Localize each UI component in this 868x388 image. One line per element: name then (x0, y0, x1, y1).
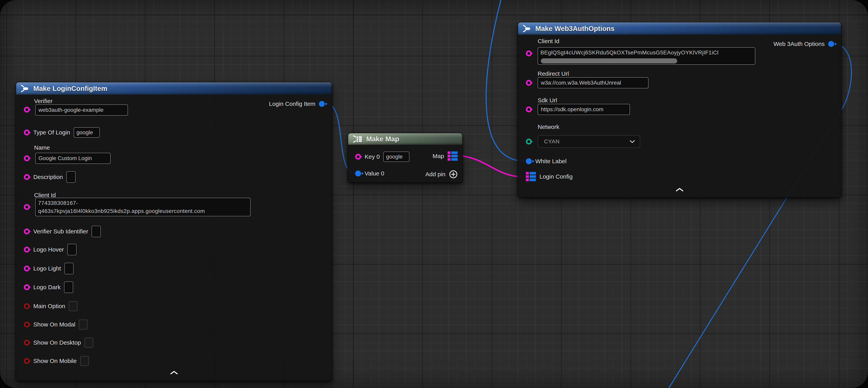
main-option-checkbox[interactable] (69, 301, 78, 311)
logo-light-input[interactable] (64, 263, 73, 274)
add-pin-icon[interactable] (449, 170, 458, 179)
node-make-map-header[interactable]: Make Map (348, 133, 462, 145)
output-login-config-item[interactable]: Login Config Item (269, 100, 325, 107)
client-id-input[interactable]: BEglQSgt4cUWcj6SKRdu5QkOXTsePmMcusG5EAoy… (538, 47, 755, 65)
redirect-url-label: Redirect Url (538, 70, 569, 77)
redirect-url-input[interactable] (538, 77, 648, 88)
show-on-modal-label: Show On Modal (33, 321, 75, 328)
node-make-map[interactable]: Make Map Key 0 Value 0 Map Add pin (348, 133, 463, 183)
map-output-pin[interactable] (447, 151, 458, 161)
node-make-loginconfigitem-header[interactable]: Make LoginConfigItem (16, 82, 332, 95)
client-id-input[interactable]: 774338308167- q463s7kpvja16l4l0kko3nb925… (35, 198, 250, 216)
client-id-line2: q463s7kpvja16l4l0kko3nb925ikds2p.apps.go… (38, 207, 248, 215)
network-selected-value: CYAN (544, 139, 560, 145)
value0-row: Value 0 (355, 170, 384, 177)
show-on-mobile-checkbox[interactable] (80, 356, 89, 366)
node-title: Make LoginConfigItem (33, 85, 107, 92)
show-on-mobile-row: Show On Mobile (24, 356, 89, 366)
node-make-loginconfigitem[interactable]: Make LoginConfigItem Login Config Item V… (16, 82, 332, 381)
show-on-mobile-label: Show On Mobile (33, 358, 77, 364)
logo-hover-row: Logo Hover (24, 244, 76, 255)
verifier-sub-identifier-label: Verifier Sub Identifier (33, 228, 88, 235)
logo-light-row: Logo Light (24, 263, 73, 274)
client-id-label: Client Id (538, 38, 559, 44)
node-make-web3authoptions-header[interactable]: Make Web3AuthOptions (518, 23, 841, 35)
verifier-pin[interactable] (24, 107, 30, 113)
node-title: Make Web3AuthOptions (535, 25, 615, 33)
key0-input[interactable] (383, 152, 409, 162)
login-config-label: Login Config (539, 173, 572, 180)
type-of-login-label: Type Of Login (33, 129, 70, 136)
client-id-label: Client Id (34, 192, 56, 199)
output-pin-label: Web 3Auth Options (773, 40, 825, 47)
output-web3auth-options[interactable]: Web 3Auth Options (773, 40, 834, 47)
logo-dark-input[interactable] (64, 281, 73, 293)
show-on-desktop-checkbox[interactable] (85, 338, 93, 348)
type-of-login-input[interactable] (74, 127, 100, 138)
map-output-label: Map (433, 153, 444, 159)
make-struct-icon (21, 84, 30, 93)
show-on-modal-pin[interactable] (24, 322, 30, 327)
make-map-icon (353, 135, 363, 143)
login-config-pin[interactable] (526, 172, 536, 181)
web3auth-options-output-pin[interactable] (828, 41, 834, 47)
key0-label: Key 0 (365, 153, 380, 160)
white-label-pin[interactable] (526, 158, 532, 164)
name-pin[interactable] (24, 155, 30, 161)
logo-hover-input[interactable] (67, 244, 76, 255)
logo-hover-label: Logo Hover (33, 246, 64, 253)
client-id-pin[interactable] (24, 204, 30, 210)
show-on-desktop-label: Show On Desktop (33, 339, 81, 346)
wire-map-to-loginconfig (459, 155, 524, 177)
network-dropdown[interactable]: CYAN (538, 135, 640, 148)
main-option-row: Main Option (24, 301, 78, 311)
key0-pin[interactable] (355, 154, 361, 160)
main-option-pin[interactable] (24, 303, 30, 309)
verifier-label: Verifier (34, 98, 53, 105)
name-input[interactable] (35, 153, 111, 164)
verifier-sub-identifier-input[interactable] (92, 226, 101, 237)
sdk-url-pin[interactable] (526, 107, 532, 112)
show-on-desktop-pin[interactable] (24, 340, 30, 346)
logo-dark-pin[interactable] (24, 284, 30, 290)
value0-pin[interactable] (355, 171, 361, 176)
show-on-modal-row: Show On Modal (24, 320, 88, 329)
collapse-node-chevron-icon[interactable] (170, 371, 178, 375)
key0-row: Key 0 (355, 152, 409, 162)
description-pin[interactable] (24, 174, 30, 180)
add-pin-label: Add pin (425, 171, 445, 178)
login-config-row: Login Config (526, 172, 572, 181)
sdk-url-label: Sdk Url (538, 97, 557, 104)
sdk-url-input[interactable] (538, 104, 630, 115)
description-input[interactable] (66, 171, 75, 183)
name-label: Name (34, 144, 50, 151)
value0-label: Value 0 (365, 170, 384, 177)
network-pin[interactable] (526, 139, 532, 145)
add-pin-row[interactable]: Add pin (425, 170, 458, 179)
network-label: Network (538, 124, 559, 130)
show-on-mobile-pin[interactable] (24, 358, 30, 364)
logo-hover-pin[interactable] (24, 247, 30, 252)
client-id-value: BEglQSgt4cUWcj6SKRdu5QkOXTsePmMcusG5EAoy… (540, 49, 752, 57)
description-label: Description (33, 174, 63, 180)
logo-light-label: Logo Light (33, 265, 61, 272)
type-of-login-row: Type Of Login (24, 127, 100, 138)
type-of-login-pin[interactable] (24, 129, 30, 136)
verifier-sub-identifier-pin[interactable] (24, 229, 30, 234)
node-make-web3authoptions[interactable]: Make Web3AuthOptions Web 3Auth Options C… (518, 22, 842, 198)
verifier-input[interactable] (35, 105, 128, 116)
logo-dark-row: Logo Dark (24, 281, 73, 293)
output-pin-label: Login Config Item (269, 100, 315, 107)
logo-light-pin[interactable] (24, 266, 30, 271)
blueprint-graph-canvas[interactable]: Make LoginConfigItem Login Config Item V… (0, 0, 868, 388)
chevron-down-icon (629, 140, 635, 143)
white-label-label: White Label (535, 158, 566, 165)
show-on-modal-checkbox[interactable] (79, 320, 88, 329)
collapse-node-chevron-icon[interactable] (676, 188, 684, 191)
client-id-pin[interactable] (526, 51, 532, 56)
redirect-url-pin[interactable] (526, 80, 532, 86)
client-id-line1: 774338308167- (38, 199, 248, 207)
login-config-item-output-pin[interactable] (319, 101, 325, 107)
show-on-desktop-row: Show On Desktop (24, 338, 93, 348)
white-label-row: White Label (526, 158, 566, 165)
